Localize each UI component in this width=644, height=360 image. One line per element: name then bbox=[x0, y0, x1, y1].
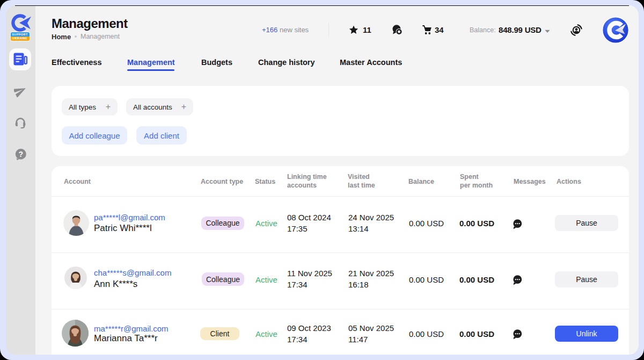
svg-text:?: ? bbox=[19, 149, 24, 158]
